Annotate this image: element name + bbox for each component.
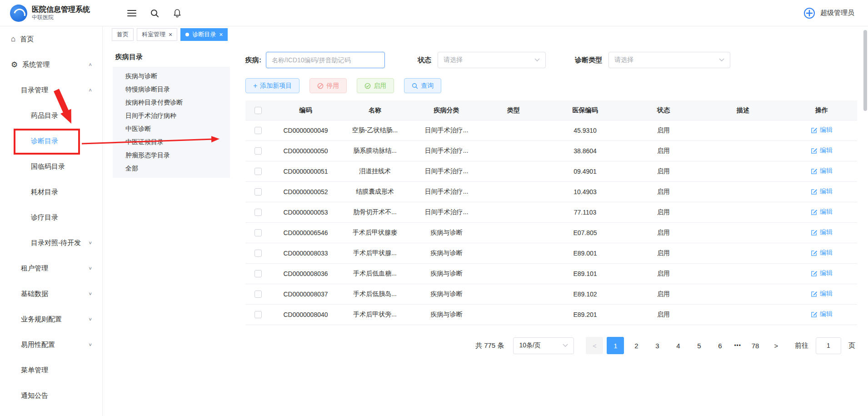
select-all-checkbox[interactable]	[254, 107, 262, 114]
catalog-list-item[interactable]: 特慢病诊断目录	[113, 83, 230, 96]
next-page-button[interactable]: >	[768, 337, 785, 354]
page-button[interactable]: 4	[669, 337, 687, 354]
tab-department-management[interactable]: 科室管理 ×	[137, 28, 177, 41]
vertical-scrollbar[interactable]	[863, 30, 867, 111]
tab-close-icon[interactable]: ×	[219, 31, 223, 38]
cell-name: 泪道挂线术	[341, 167, 409, 175]
chevron-down-icon	[534, 58, 540, 62]
cell-category: 日间手术治疗...	[409, 208, 484, 216]
edit-button[interactable]: 编辑	[811, 146, 833, 155]
row-checkbox[interactable]	[254, 311, 262, 318]
page-button[interactable]: 5	[690, 337, 708, 354]
chevron-down-icon	[563, 344, 568, 347]
bell-icon[interactable]	[173, 9, 182, 18]
edit-button[interactable]: 编辑	[811, 187, 833, 195]
sidebar-menu-item[interactable]: 耗材目录	[0, 179, 102, 205]
page-button-last[interactable]: 78	[747, 337, 764, 354]
search-icon[interactable]	[150, 9, 159, 18]
query-button[interactable]: 查询	[404, 78, 441, 93]
edit-label: 编辑	[820, 290, 833, 298]
user-area[interactable]: 超级管理员	[803, 7, 854, 20]
row-checkbox[interactable]	[254, 147, 262, 155]
catalog-list-item[interactable]: 按病种目录付费诊断	[113, 96, 230, 109]
sidebar-menu-item[interactable]: 国临码目录	[0, 154, 102, 179]
catalog-list-item[interactable]: 日间手术治疗病种	[113, 109, 230, 122]
edit-button[interactable]: 编辑	[811, 249, 833, 257]
column-header-operation: 操作	[786, 106, 857, 115]
sidebar-menu-item[interactable]: 菜单管理	[0, 357, 102, 383]
row-checkbox[interactable]	[254, 229, 262, 236]
pagination-ellipsis-icon[interactable]: •••	[732, 342, 743, 349]
cell-code: CD0000008033	[270, 250, 341, 257]
edit-button[interactable]: 编辑	[811, 228, 833, 236]
sidebar-menu-item[interactable]: 租户管理 ∨	[0, 256, 102, 281]
edit-icon	[811, 291, 818, 297]
catalog-list-item[interactable]: 疾病与诊断	[113, 70, 230, 83]
disable-label: 停用	[326, 82, 339, 90]
edit-button[interactable]: 编辑	[811, 208, 833, 216]
cell-name: 肠系膜动脉结...	[341, 147, 409, 155]
row-checkbox[interactable]	[254, 168, 262, 175]
prev-page-button[interactable]: <	[586, 337, 603, 354]
row-checkbox[interactable]	[254, 127, 262, 134]
sidebar-menu-item[interactable]: 基础数据 ∨	[0, 281, 102, 306]
enable-button[interactable]: 启用	[357, 78, 394, 93]
cell-insurance-code: 45.9310	[543, 127, 627, 134]
tab-close-icon[interactable]: ×	[169, 31, 172, 38]
tab-home[interactable]: 首页	[112, 28, 134, 41]
catalog-list-item[interactable]: 中医诊断	[113, 122, 230, 135]
page-button[interactable]: 6	[711, 337, 728, 354]
disease-search-input[interactable]	[266, 52, 385, 68]
page-button[interactable]: 2	[628, 337, 645, 354]
edit-icon	[811, 311, 818, 318]
app-logo	[10, 5, 27, 22]
sidebar-menu-item[interactable]: 药品目录	[0, 103, 102, 128]
tab-diagnosis-catalog[interactable]: 诊断目录 ×	[180, 28, 228, 41]
sidebar-menu-item[interactable]: 易用性配置 ∨	[0, 332, 102, 357]
menu-item-label: 租户管理	[21, 264, 48, 273]
catalog-list-item[interactable]: 全部	[113, 162, 230, 175]
sidebar: ⌂ 首页 ⚙ 系统管理 ∧ 目录管理 ∧ 药品目录 诊断目录 国临码目录 耗材目…	[0, 26, 103, 416]
sidebar-menu-item[interactable]: 通知公告	[0, 383, 102, 408]
page-size-select[interactable]: 10条/页	[513, 337, 574, 354]
sidebar-menu-item[interactable]: ⌂ 首页	[0, 26, 102, 52]
cell-category: 疾病与诊断	[409, 311, 484, 319]
page-button[interactable]: 3	[649, 337, 666, 354]
hamburger-icon[interactable]	[127, 10, 136, 16]
cell-code: CD0000000049	[270, 127, 341, 134]
edit-button[interactable]: 编辑	[811, 167, 833, 175]
sidebar-menu-item[interactable]: 目录对照-待开发 ∨	[0, 230, 102, 256]
row-checkbox[interactable]	[254, 250, 262, 257]
edit-button[interactable]: 编辑	[811, 126, 833, 134]
cell-insurance-code: E89.201	[543, 311, 627, 318]
menu-item-label: 目录管理	[21, 86, 48, 95]
table-header: 编码 名称 疾病分类 类型 医保编码 状态 描述 操作	[245, 100, 857, 120]
cell-insurance-code: E89.001	[543, 250, 627, 257]
edit-label: 编辑	[820, 187, 833, 195]
table-body: CD0000000049 空肠-乙状结肠... 日间手术治疗... 45.931…	[245, 120, 857, 325]
row-checkbox[interactable]	[254, 270, 262, 277]
catalog-list-item[interactable]: 肿瘤形态学目录	[113, 149, 230, 162]
catalog-list-item[interactable]: 中医证候目录	[113, 135, 230, 149]
row-checkbox[interactable]	[254, 291, 262, 298]
status-select[interactable]: 请选择	[438, 52, 546, 68]
sidebar-menu-item[interactable]: 业务规则配置 ∨	[0, 306, 102, 332]
sidebar-menu-item[interactable]: ⚙ 系统管理 ∧	[0, 52, 102, 77]
pagination-pages: 123456	[607, 337, 728, 354]
menu-item-label: 通知公告	[21, 391, 48, 400]
row-checkbox[interactable]	[254, 188, 262, 195]
page-button[interactable]: 1	[607, 337, 624, 354]
edit-button[interactable]: 编辑	[811, 269, 833, 277]
edit-icon	[811, 127, 818, 134]
edit-button[interactable]: 编辑	[811, 310, 833, 318]
add-item-button[interactable]: + 添加新项目	[245, 78, 299, 93]
sidebar-menu-item[interactable]: 目录管理 ∧	[0, 77, 102, 103]
cell-code: CD0000000052	[270, 188, 341, 195]
row-checkbox[interactable]	[254, 209, 262, 216]
sidebar-menu-item[interactable]: 诊疗目录	[0, 205, 102, 230]
edit-button[interactable]: 编辑	[811, 290, 833, 298]
sidebar-menu-item[interactable]: 诊断目录	[0, 128, 102, 154]
goto-page-input[interactable]	[816, 337, 841, 354]
diagnosis-type-select[interactable]: 请选择	[609, 52, 730, 68]
disable-button[interactable]: 停用	[309, 78, 347, 93]
